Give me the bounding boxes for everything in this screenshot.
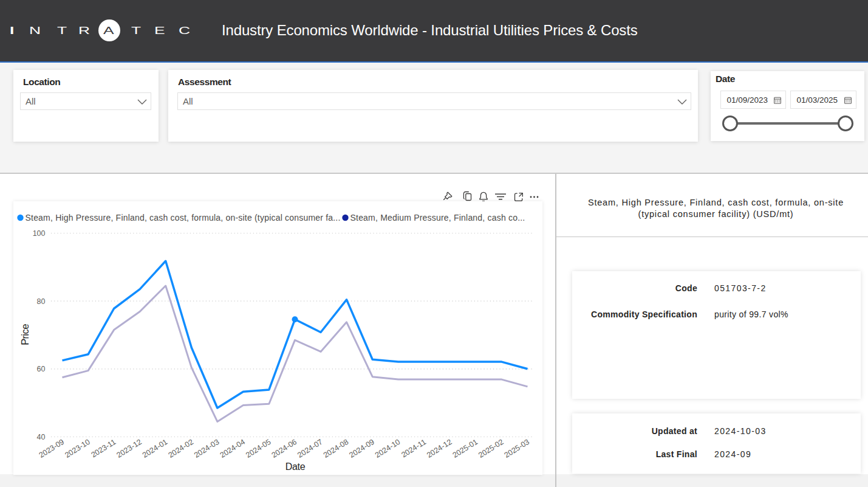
svg-text:2024-06: 2024-06 — [270, 438, 298, 460]
svg-text:2023-12: 2023-12 — [115, 438, 143, 460]
svg-text:2024-11: 2024-11 — [400, 438, 428, 460]
svg-text:2024-02: 2024-02 — [166, 438, 194, 460]
svg-text:2024-09: 2024-09 — [347, 438, 375, 460]
svg-text:60: 60 — [36, 365, 45, 373]
svg-text:2024-01: 2024-01 — [140, 438, 168, 460]
svg-text:Date: Date — [285, 461, 305, 472]
svg-text:40: 40 — [36, 433, 45, 441]
svg-text:80: 80 — [36, 297, 45, 306]
svg-text:2024-04: 2024-04 — [218, 438, 246, 460]
svg-text:2024-03: 2024-03 — [193, 438, 220, 460]
svg-text:Steam, High Pressure, Finland,: Steam, High Pressure, Finland, cash cost… — [25, 213, 340, 223]
svg-text:100: 100 — [32, 229, 45, 238]
svg-text:2024-10: 2024-10 — [373, 438, 401, 460]
svg-text:Steam, Medium Pressure, Finlan: Steam, Medium Pressure, Finland, cash co… — [350, 213, 525, 223]
svg-text:2024-07: 2024-07 — [296, 438, 324, 460]
svg-text:2025-03: 2025-03 — [502, 438, 530, 460]
svg-text:2023-11: 2023-11 — [89, 438, 117, 460]
svg-text:2023-10: 2023-10 — [63, 438, 91, 460]
svg-text:2024-08: 2024-08 — [321, 438, 349, 460]
svg-text:2024-05: 2024-05 — [244, 438, 272, 460]
svg-text:2025-02: 2025-02 — [477, 438, 505, 460]
svg-text:Price: Price — [19, 324, 30, 345]
svg-text:2025-01: 2025-01 — [451, 438, 479, 460]
svg-text:2024-12: 2024-12 — [425, 438, 453, 460]
